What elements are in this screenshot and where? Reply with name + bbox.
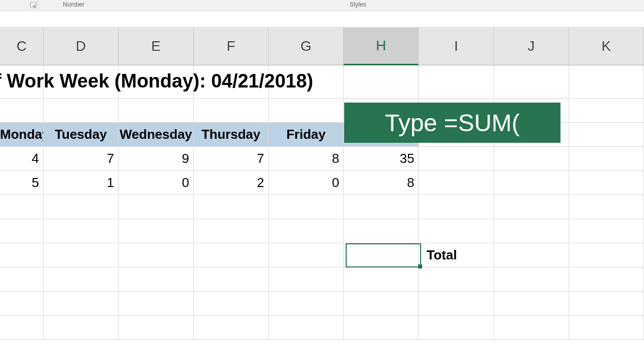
- cell[interactable]: [419, 316, 494, 340]
- cell[interactable]: [44, 292, 119, 316]
- cell[interactable]: [344, 219, 419, 243]
- cell[interactable]: [119, 292, 194, 316]
- cell[interactable]: [344, 65, 419, 99]
- dialog-launcher-icon[interactable]: [30, 2, 36, 8]
- cell[interactable]: [269, 292, 344, 316]
- cell[interactable]: [494, 219, 569, 243]
- cell[interactable]: [0, 316, 44, 340]
- cell[interactable]: [419, 267, 494, 292]
- cell[interactable]: [269, 195, 344, 219]
- cell[interactable]: 35: [344, 147, 419, 171]
- cell[interactable]: [419, 195, 494, 219]
- cell[interactable]: [569, 123, 644, 147]
- cell[interactable]: [569, 243, 644, 267]
- cell[interactable]: [419, 171, 494, 195]
- cell[interactable]: [569, 147, 644, 171]
- header-friday[interactable]: Friday: [269, 123, 344, 147]
- cell[interactable]: [119, 99, 194, 123]
- cell[interactable]: [344, 267, 419, 292]
- cell[interactable]: [119, 195, 194, 219]
- cell[interactable]: [0, 219, 44, 243]
- cell[interactable]: [44, 316, 119, 340]
- cell[interactable]: [194, 292, 269, 316]
- cell[interactable]: [494, 243, 569, 267]
- cell[interactable]: [0, 195, 44, 219]
- cell[interactable]: [194, 267, 269, 292]
- cell[interactable]: 7: [194, 147, 269, 171]
- cell[interactable]: [569, 171, 644, 195]
- cell[interactable]: [494, 65, 569, 99]
- cell[interactable]: [194, 195, 269, 219]
- grid-row: [0, 243, 644, 267]
- cell[interactable]: [44, 243, 119, 267]
- cell[interactable]: [569, 99, 644, 123]
- cell[interactable]: 8: [344, 171, 419, 195]
- cell[interactable]: 5: [0, 171, 44, 195]
- header-monday[interactable]: Monday: [0, 123, 44, 147]
- cell[interactable]: [569, 195, 644, 219]
- cell[interactable]: [194, 99, 269, 123]
- cell[interactable]: 9: [119, 147, 194, 171]
- cell[interactable]: [419, 65, 494, 99]
- cell[interactable]: [494, 195, 569, 219]
- cell[interactable]: [569, 219, 644, 243]
- cell[interactable]: [494, 171, 569, 195]
- cell[interactable]: [494, 292, 569, 316]
- cell[interactable]: [0, 292, 44, 316]
- cell[interactable]: [419, 147, 494, 171]
- column-header-G[interactable]: G: [269, 28, 344, 65]
- cell[interactable]: [0, 267, 44, 292]
- cell[interactable]: [119, 219, 194, 243]
- cell[interactable]: [269, 267, 344, 292]
- cell[interactable]: [269, 219, 344, 243]
- cell[interactable]: [344, 316, 419, 340]
- cell-title[interactable]: Week of Work Week (Monday): 04/21/2018): [0, 65, 44, 99]
- cell[interactable]: [119, 267, 194, 292]
- column-header-C[interactable]: C: [0, 28, 44, 65]
- cell[interactable]: [44, 195, 119, 219]
- column-header-D[interactable]: D: [44, 28, 119, 65]
- cell[interactable]: [269, 316, 344, 340]
- cell[interactable]: 4: [0, 147, 44, 171]
- cell[interactable]: [344, 195, 419, 219]
- column-header-E[interactable]: E: [119, 28, 194, 65]
- cell[interactable]: [419, 292, 494, 316]
- column-header-K[interactable]: K: [569, 28, 644, 65]
- cell[interactable]: 7: [44, 147, 119, 171]
- cell[interactable]: [194, 243, 269, 267]
- cell[interactable]: [344, 292, 419, 316]
- cell[interactable]: [344, 243, 419, 267]
- cell[interactable]: 8: [269, 147, 344, 171]
- cell[interactable]: [44, 267, 119, 292]
- cell[interactable]: [44, 99, 119, 123]
- cell[interactable]: [569, 267, 644, 292]
- cell[interactable]: [44, 219, 119, 243]
- cell[interactable]: 2: [194, 171, 269, 195]
- cell[interactable]: [194, 316, 269, 340]
- cell[interactable]: [119, 243, 194, 267]
- cell[interactable]: 0: [119, 171, 194, 195]
- formula-bar-area[interactable]: [0, 11, 644, 28]
- cell[interactable]: [269, 99, 344, 123]
- cell[interactable]: 1: [44, 171, 119, 195]
- cell[interactable]: [0, 243, 44, 267]
- cell[interactable]: [419, 219, 494, 243]
- header-wednesday[interactable]: Wednesday: [119, 123, 194, 147]
- cell[interactable]: [569, 316, 644, 340]
- cell[interactable]: [269, 243, 344, 267]
- cell[interactable]: [569, 292, 644, 316]
- cell[interactable]: [494, 316, 569, 340]
- column-header-H[interactable]: H: [344, 28, 419, 65]
- header-thursday[interactable]: Thursday: [194, 123, 269, 147]
- cell[interactable]: 0: [269, 171, 344, 195]
- cell[interactable]: [194, 219, 269, 243]
- header-tuesday[interactable]: Tuesday: [44, 123, 119, 147]
- cell[interactable]: [494, 267, 569, 292]
- column-header-F[interactable]: F: [194, 28, 269, 65]
- cell[interactable]: [569, 65, 644, 99]
- cell[interactable]: [494, 147, 569, 171]
- column-header-I[interactable]: I: [419, 28, 494, 65]
- cell[interactable]: [119, 316, 194, 340]
- column-header-J[interactable]: J: [494, 28, 569, 65]
- cell[interactable]: [0, 99, 44, 123]
